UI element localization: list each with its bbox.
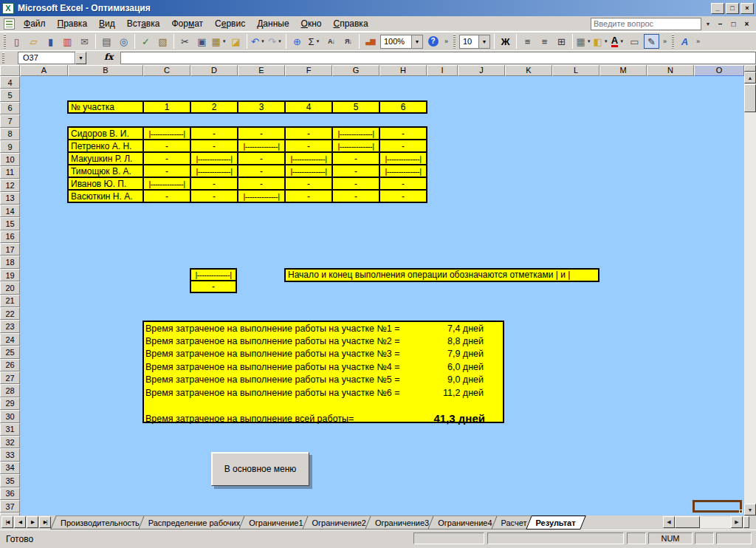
- schedule-cell[interactable]: |--------------|: [144, 178, 190, 189]
- sort-descending-icon[interactable]: Я↓: [340, 34, 356, 49]
- tab-workers-distribution[interactable]: Распределение рабочих: [141, 516, 247, 530]
- schedule-cell[interactable]: |--------------|: [238, 140, 284, 151]
- tab-result[interactable]: Результат: [529, 516, 583, 530]
- formula-bar-grip[interactable]: [2, 52, 4, 64]
- worker-name-cell[interactable]: Петренко А. Н.: [69, 140, 142, 151]
- area-number-cell[interactable]: 5: [333, 102, 379, 112]
- minimize-button[interactable]: _: [711, 3, 724, 14]
- toolbar-options-chevron[interactable]: »: [660, 33, 670, 49]
- column-header-a[interactable]: A: [20, 65, 68, 76]
- workbook-restore-button[interactable]: □: [728, 20, 739, 28]
- row-header-16[interactable]: 16: [0, 230, 20, 243]
- result-label[interactable]: Время затраченое на выполнение работы на…: [144, 362, 407, 372]
- menu-view[interactable]: Вид: [93, 17, 121, 30]
- schedule-cell[interactable]: -: [238, 165, 284, 177]
- formula-input[interactable]: [120, 52, 756, 64]
- area-table-header-cell[interactable]: № участка: [69, 102, 142, 112]
- schedule-cell[interactable]: |--------------|: [286, 165, 331, 177]
- new-document-icon[interactable]: ▯: [9, 34, 24, 49]
- schedule-cell[interactable]: -: [333, 178, 379, 189]
- row-header-17[interactable]: 17: [0, 243, 20, 256]
- column-header-b[interactable]: B: [68, 65, 143, 76]
- workbook-close-button[interactable]: ×: [741, 20, 752, 28]
- schedule-cell[interactable]: -: [191, 128, 237, 139]
- toolbar-options-chevron[interactable]: »: [441, 33, 451, 49]
- dropdown-icon[interactable]: ▼: [478, 35, 489, 48]
- row-header-37[interactable]: 37: [0, 500, 20, 513]
- column-header-k[interactable]: K: [505, 65, 552, 76]
- row-header-34[interactable]: 34: [0, 462, 20, 474]
- vertical-scroll-thumb[interactable]: [744, 84, 756, 112]
- pencil-tool-icon[interactable]: ✎: [644, 34, 659, 49]
- merge-center-icon[interactable]: ⊞: [554, 34, 569, 49]
- area-number-cell[interactable]: 1: [144, 102, 190, 112]
- schedule-cell[interactable]: -: [191, 140, 237, 151]
- redo-icon[interactable]: ↷▼: [267, 34, 283, 49]
- schedule-cell[interactable]: |--------------|: [191, 165, 237, 177]
- result-label[interactable]: Время затраченое на выполнение работы на…: [144, 388, 407, 398]
- row-header-8[interactable]: 8: [0, 128, 20, 140]
- dropdown-icon[interactable]: ▼: [261, 39, 265, 44]
- tab-constraint-3[interactable]: Ограничение3: [368, 516, 436, 530]
- dropdown-icon[interactable]: ▼: [587, 39, 591, 44]
- bold-button[interactable]: Ж: [498, 34, 513, 49]
- row-header-26[interactable]: 26: [0, 359, 20, 371]
- workbook-minimize-button[interactable]: –: [715, 20, 726, 28]
- column-header-g[interactable]: G: [332, 65, 379, 76]
- tab-constraint-1[interactable]: Ограничение1: [241, 516, 310, 530]
- tab-scroll-prev-button[interactable]: ◀: [14, 516, 26, 528]
- row-header-9[interactable]: 9: [0, 140, 20, 153]
- paste-icon[interactable]: ▦▼: [211, 34, 227, 49]
- permission-icon[interactable]: ▥: [60, 34, 75, 49]
- cut-icon[interactable]: ✂: [177, 34, 193, 49]
- schedule-cell[interactable]: |--------------|: [380, 153, 426, 164]
- font-size-combo[interactable]: 10▼: [459, 35, 490, 49]
- question-input[interactable]: [591, 18, 701, 30]
- result-value[interactable]: 6,0 дней: [407, 362, 503, 372]
- undo-icon[interactable]: ↶▼: [250, 34, 266, 49]
- autosum-icon[interactable]: Σ▼: [306, 34, 322, 49]
- area-number-cell[interactable]: 6: [380, 102, 426, 112]
- help-icon[interactable]: ?: [425, 34, 441, 49]
- dropdown-icon[interactable]: ▼: [222, 39, 227, 44]
- horizontal-scroll-thumb[interactable]: [675, 516, 700, 528]
- tab-scroll-next-button[interactable]: ▶: [27, 516, 38, 528]
- dropdown-icon[interactable]: ▼: [411, 35, 422, 48]
- toolbar-options-chevron[interactable]: »: [693, 33, 703, 49]
- row-header-12[interactable]: 12: [0, 179, 20, 191]
- name-box[interactable]: O37: [18, 52, 75, 64]
- schedule-cell[interactable]: -: [380, 140, 426, 151]
- result-label[interactable]: Время затраченое на выполнение работы на…: [144, 323, 407, 334]
- row-header-20[interactable]: 20: [0, 281, 20, 294]
- row-header-28[interactable]: 28: [0, 384, 20, 397]
- copy-icon[interactable]: ▣: [194, 34, 210, 49]
- schedule-cell[interactable]: -: [286, 191, 331, 202]
- row-header-29[interactable]: 29: [0, 397, 20, 410]
- row-header-36[interactable]: 36: [0, 487, 20, 500]
- row-header-24[interactable]: 24: [0, 333, 20, 346]
- tab-scroll-first-button[interactable]: |◀: [1, 516, 13, 528]
- schedule-cell[interactable]: -: [144, 191, 190, 202]
- insert-function-icon[interactable]: fx: [104, 52, 113, 62]
- column-header-f[interactable]: F: [285, 65, 332, 76]
- dropdown-icon[interactable]: ▼: [278, 39, 282, 44]
- main-menu-button[interactable]: В основное меню: [211, 452, 309, 486]
- select-all-corner[interactable]: [0, 65, 20, 76]
- row-header-4[interactable]: 4: [0, 76, 20, 89]
- result-label[interactable]: Время затраченое на выполнение работы на…: [144, 349, 407, 359]
- scroll-right-icon[interactable]: ▶: [731, 516, 743, 528]
- dropdown-icon[interactable]: ▼: [619, 39, 624, 44]
- column-header-c[interactable]: C: [143, 65, 190, 76]
- menu-insert[interactable]: Вставка: [121, 17, 166, 30]
- menu-data[interactable]: Данные: [251, 17, 295, 30]
- toolbar-grip[interactable]: [453, 34, 456, 49]
- result-value[interactable]: 9,0 дней: [407, 374, 503, 385]
- column-header-o[interactable]: O: [694, 65, 744, 76]
- result-label[interactable]: Время затраченое на выполнение работы на…: [144, 336, 407, 346]
- mail-attachment-icon[interactable]: ✉: [77, 34, 92, 49]
- column-header-j[interactable]: J: [458, 65, 505, 76]
- row-header-23[interactable]: 23: [0, 320, 20, 332]
- tab-scroll-last-button[interactable]: ▶|: [39, 516, 51, 528]
- column-header-m[interactable]: M: [599, 65, 647, 76]
- open-folder-icon[interactable]: ▱: [26, 34, 41, 49]
